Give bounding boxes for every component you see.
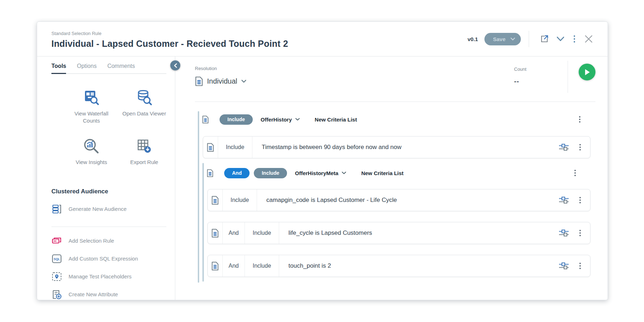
document-db-icon [207,169,213,177]
criteria-list-name: New Criteria List [315,117,357,123]
tab-tools[interactable]: Tools [51,63,66,73]
side-item-label: Create New Attribute [69,291,118,297]
save-button-label: Save [493,36,505,42]
resolution-label: Resolution [195,66,246,71]
tool-label: View Waterfall Counts [69,110,114,125]
count-label: Count [514,66,527,72]
criteria-row[interactable]: And Include life_cycle is Lapsed Custome… [207,222,590,244]
criteria-row[interactable]: Include Timestamp is between 90 days bef… [203,136,590,158]
page-title: Individual - Lapsed Customer - Recieved … [51,39,288,49]
tool-label: Open Data Viewer [122,110,166,117]
sidebar-tabs: Tools Options Comments [51,63,166,74]
criteria-more-menu-button[interactable] [578,195,582,205]
play-icon [584,69,590,76]
sidebar-actions: Add Selection Rule SQL Add Custom SQL Ex… [51,232,175,303]
document-db-icon [208,222,223,244]
close-icon [584,35,593,43]
close-dialog-button[interactable] [584,35,593,43]
open-in-new-window-button[interactable] [540,35,549,43]
criteria-mode: Include [218,137,252,158]
sidebar-divider [51,227,166,227]
side-item-label: Manage Test Placeholders [69,273,132,279]
group-more-menu-button[interactable] [573,168,577,178]
criteria-more-menu-button[interactable] [578,143,582,152]
group-mode-pill[interactable]: Include [254,168,287,178]
document-db-icon [202,115,209,124]
group-mode-pill[interactable]: Include [220,114,253,125]
criteria-text: touch_point is 2 [279,255,559,277]
generate-audience-icon [51,204,62,214]
group-table-name: OfferHistory [261,117,292,123]
insights-icon [83,138,100,155]
export-rule-button[interactable]: Export Rule [118,138,171,166]
add-custom-sql-button[interactable]: SQL Add Custom SQL Expression [51,250,175,268]
tab-comments[interactable]: Comments [107,63,135,73]
group-table-select[interactable]: OfferHistory [261,117,300,123]
edit-criteria-button[interactable] [559,197,569,204]
dialog-header: Standard Selection Rule Individual - Lap… [37,22,608,56]
rule-type-label: Standard Selection Rule [51,31,288,36]
side-item-label: Add Selection Rule [69,238,114,244]
generate-new-audience-button[interactable]: Generate New Audience [51,204,175,214]
sliders-icon [559,262,569,269]
sliders-icon [559,144,569,151]
minimize-button[interactable] [557,36,564,41]
export-rule-icon [136,138,153,155]
svg-text:SQL: SQL [54,257,60,261]
criteria-row[interactable]: And Include touch_point is 2 [207,255,590,277]
sql-icon: SQL [51,254,62,263]
save-chevron-icon [510,38,515,41]
criteria-row[interactable]: Include camapgin_code is Lapsed Customer… [207,189,590,211]
edit-criteria-button[interactable] [559,262,569,269]
resolution-row: Resolution Individual [195,56,595,102]
sidebar: Tools Options Comments [37,56,175,300]
tab-options[interactable]: Options [77,63,96,73]
edit-criteria-button[interactable] [559,229,569,237]
group-indent-bar [202,163,204,282]
save-button[interactable]: Save [484,33,521,45]
tool-label: Export Rule [130,159,158,166]
version-badge: v0.1 [468,36,478,42]
criteria-tree: Include OfferHistory New Criteria List [195,108,595,288]
collapse-sidebar-button[interactable] [170,60,180,70]
header-controls: v0.1 Save [468,31,597,47]
tool-label: View Insights [76,159,107,166]
header-more-menu-button[interactable] [572,34,577,44]
criteria-more-menu-button[interactable] [578,261,582,271]
tools-grid: View Waterfall Counts [65,89,175,166]
create-new-attribute-button[interactable]: Create New Attribute [51,286,175,303]
group-indent-bar [198,111,199,283]
header-divider [529,31,529,47]
open-data-viewer-button[interactable]: Open Data Viewer [118,89,171,125]
external-link-icon [540,35,549,43]
add-selection-rule-button[interactable]: Add Selection Rule [51,232,175,250]
side-item-label: Add Custom SQL Expression [69,256,138,262]
criteria-text: camapgin_code is Lapsed Customer - Life … [257,189,559,211]
group-more-menu-button[interactable] [578,115,582,124]
criteria-group-header: And Include OfferHistoryMeta New Criteri… [207,165,595,181]
manage-test-placeholders-button[interactable]: Manage Test Placeholders [51,268,175,286]
count-value: -- [514,78,568,85]
criteria-list-name: New Criteria List [361,170,403,176]
document-db-icon [208,189,223,211]
view-waterfall-counts-button[interactable]: View Waterfall Counts [65,89,118,125]
chevron-down-icon [557,36,564,41]
resolution-select[interactable]: Individual [195,76,246,86]
chevron-left-icon [174,63,177,68]
group-table-name: OfferHistoryMeta [295,170,338,176]
rule-editor-main: Resolution Individual [175,56,608,300]
document-db-icon [195,76,203,86]
resolution-value: Individual [207,77,237,85]
view-insights-button[interactable]: View Insights [65,138,118,166]
criteria-text: Timestamp is between 90 days before now … [252,137,559,158]
run-count-button[interactable] [579,64,595,80]
group-connector-pill[interactable]: And [224,168,250,178]
document-db-icon [203,137,218,158]
new-attribute-icon [51,289,62,299]
group-table-select[interactable]: OfferHistoryMeta [295,170,346,176]
criteria-mode: Include [245,255,279,277]
count-block: Count -- [514,56,568,101]
edit-criteria-button[interactable] [559,144,569,151]
criteria-more-menu-button[interactable] [578,228,582,238]
criteria-mode: Include [223,189,257,211]
